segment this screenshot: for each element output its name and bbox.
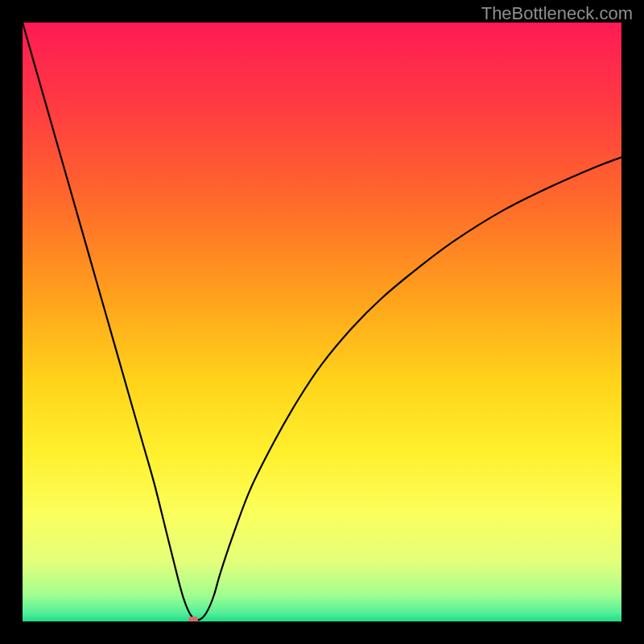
plot-area bbox=[23, 23, 621, 621]
chart-frame: TheBottleneck.com bbox=[0, 0, 644, 644]
bottleneck-curve bbox=[23, 23, 621, 621]
minimum-marker bbox=[188, 617, 198, 621]
watermark-label: TheBottleneck.com bbox=[481, 3, 633, 24]
